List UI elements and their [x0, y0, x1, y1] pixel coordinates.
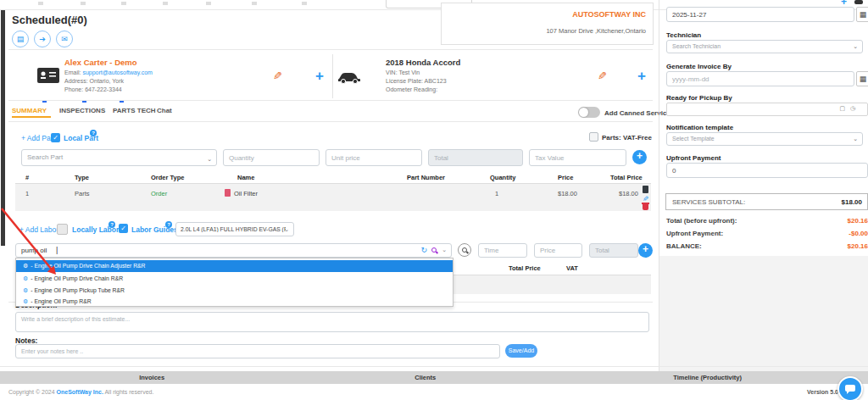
toolbar-glyph [206, 2, 211, 5]
edit-vehicle-icon[interactable]: ✎ [598, 69, 607, 82]
technician-select[interactable]: Search Technician ⌄ [666, 40, 863, 53]
version-text: Version 5.0 [807, 389, 838, 395]
customer-name[interactable]: Alex Carter - Demo [64, 58, 137, 67]
services-subtotal-value: $18.00 [842, 198, 862, 206]
dropdown-item[interactable]: ⚙- Engine Oil Pump R&R [16, 296, 453, 308]
technician-placeholder: Search Technician [672, 43, 721, 49]
notification-template-select[interactable]: Select Template ⌄ [666, 132, 863, 146]
search-labour-button[interactable] [458, 243, 471, 257]
description-textarea[interactable] [15, 312, 649, 332]
card-action-button[interactable]: ▤ [12, 31, 29, 47]
refresh-icon[interactable]: ↻ [420, 246, 427, 254]
calendar-icon[interactable]: ▦ [856, 7, 868, 22]
email-action-button[interactable]: ✉ [56, 31, 73, 47]
add-vehicle-icon[interactable]: + [637, 68, 646, 85]
bottom-tab-timeline[interactable]: Timeline (Productivity) [547, 374, 868, 381]
gear-icon: ⚙ [23, 287, 28, 293]
gear-icon: ⚙ [23, 298, 28, 304]
services-subtotal-box: SERVICES SUBTOTAL: $18.00 [665, 193, 868, 210]
bottom-tab-clients[interactable]: Clients [303, 374, 547, 381]
pickup-input[interactable]: ▢ ◷ [666, 103, 868, 116]
vehicle-name[interactable]: 2018 Honda Accord [386, 58, 460, 67]
customer-email-link[interactable]: support@autosoftway.com [82, 69, 152, 75]
toolbar-glyph [81, 2, 86, 5]
customer-phone: Phone: 647-222-3344 [64, 86, 122, 92]
clock-icon[interactable]: ◷ [850, 105, 855, 112]
labour-total-input [589, 243, 638, 258]
brand-link[interactable]: OneSoftWay Inc. [57, 389, 103, 395]
upfront-payment-input[interactable] [666, 163, 868, 178]
calendar-icon[interactable]: ▦ [856, 71, 868, 86]
balance-value: $20.16 [848, 242, 868, 250]
toolbar-glyph [121, 2, 126, 5]
labour-search-input[interactable]: pump oil | ↻ ⌄ [15, 243, 452, 258]
save-add-button[interactable]: Save/Add [505, 344, 537, 358]
tab-summary[interactable]: SUMMARY [12, 107, 47, 114]
chat-bubble-button[interactable] [837, 376, 863, 400]
oil-can-icon [225, 189, 231, 197]
upfront-payment-total-label: Upfront Payment: [666, 230, 723, 237]
locally-labor-help-icon[interactable]: ? [108, 221, 115, 228]
car-icon [337, 71, 361, 84]
local-part-help-icon[interactable]: ? [90, 130, 97, 136]
calendar-icon[interactable]: ▢ [839, 105, 845, 112]
toolbar-glyph [252, 2, 257, 5]
search-part-placeholder: Search Part [27, 153, 63, 161]
row-price: $18.00 [558, 190, 577, 197]
add-customer-icon[interactable]: + [315, 68, 324, 85]
total-before-upfront-value: $20.16 [848, 217, 868, 225]
parts-table-row[interactable]: 1 Parts Order Oil Filter 1 $18.00 $18.00… [15, 184, 651, 211]
chat-icon [845, 385, 855, 392]
chevron-down-icon[interactable]: ⌄ [442, 247, 447, 253]
divider [0, 366, 868, 367]
tab-chat[interactable]: Chat [157, 107, 172, 114]
toolbar-glyph [163, 2, 168, 5]
locally-labor-checkbox[interactable] [57, 224, 68, 235]
labor-guides-help-icon[interactable]: ? [165, 221, 172, 228]
id-card-icon [37, 68, 59, 83]
sidebar-empty-area [659, 256, 868, 371]
parts-col-type: Type [75, 174, 89, 181]
schedule-date-input[interactable] [666, 7, 854, 22]
search-part-select[interactable]: Search Part ⌄ [21, 149, 217, 166]
labour-col-vat: VAT [566, 264, 578, 272]
parts-col-total: Total Price [610, 174, 643, 181]
canned-service-label: Add Canned Service [604, 109, 670, 117]
bottom-tab-invoices[interactable]: Invoices [0, 374, 303, 381]
row-name: Oil Filter [234, 190, 258, 197]
company-box: AUTOSOFTWAY INC 107 Manor Drive ,Kitchen… [441, 3, 654, 45]
document-icon[interactable] [643, 186, 648, 193]
add-part-plus-button[interactable]: + [632, 150, 647, 164]
chat-icon-tail [847, 392, 849, 394]
part-quantity-input[interactable] [223, 149, 320, 166]
dropdown-item[interactable]: ⚙- Engine Oil Pump Pickup Tube R&R [16, 285, 453, 297]
labour-price-input[interactable] [534, 243, 582, 258]
tab-parts-tech[interactable]: PARTS TECH [113, 107, 156, 114]
notes-input[interactable] [15, 344, 500, 358]
dropdown-item-label: - Engine Oil Pump Pickup Tube R&R [31, 287, 125, 293]
parts-col-part-number: Part Number [407, 174, 445, 181]
labour-magnifier-icon[interactable] [431, 247, 437, 253]
canned-service-toggle[interactable] [578, 107, 600, 118]
part-unit-price-input[interactable] [326, 149, 422, 166]
add-part-link[interactable]: + Add Part [21, 134, 55, 142]
edit-customer-icon[interactable]: ✎ [273, 69, 282, 82]
send-action-button[interactable]: ➔ [34, 31, 51, 47]
dropdown-item[interactable]: ⚙- Engine Oil Pump Drive Chain R&R [16, 273, 453, 285]
labour-search-value: pump oil [21, 247, 47, 254]
part-tax-input[interactable] [529, 149, 626, 166]
invoice-by-input[interactable] [666, 71, 854, 86]
engine-select[interactable]: 2.0L L4 (LFA1) FULL HYBRID EV-GAS (FHEV)… [175, 222, 294, 236]
tab-inspections[interactable]: INSPECTIONS [59, 107, 105, 114]
row-order-type: Order [151, 190, 167, 197]
engine-select-value: 2.0L L4 (LFA1) FULL HYBRID EV-GAS (FHEV)… [181, 226, 286, 232]
labor-guides-checkbox[interactable]: ✓ [119, 224, 128, 233]
local-part-checkbox[interactable]: ✓ [51, 133, 60, 142]
dropdown-item-selected[interactable]: ⚙- Engine Oil Pump Drive Chain Adjuster … [16, 260, 453, 272]
add-labour-plus-button[interactable]: + [638, 243, 653, 258]
labour-time-input[interactable] [478, 243, 527, 258]
vat-free-checkbox[interactable] [589, 132, 598, 142]
trash-icon[interactable] [643, 204, 648, 210]
toolbar-glyph [302, 2, 307, 5]
row-type: Parts [75, 190, 90, 197]
